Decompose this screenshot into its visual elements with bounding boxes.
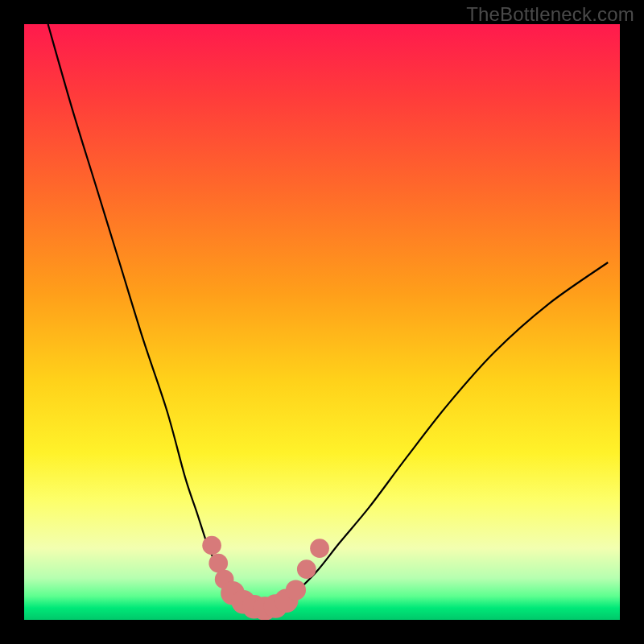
series-right-branch: [292, 262, 608, 596]
chart-frame: TheBottleneck.com: [0, 0, 644, 644]
valley-marker-chain: [202, 536, 221, 555]
series-group: [48, 24, 609, 610]
valley-marker-chain: [297, 559, 316, 579]
watermark-text: TheBottleneck.com: [466, 3, 634, 26]
curve-layer: [24, 24, 620, 620]
valley-marker-isolated: [310, 539, 329, 558]
series-left-branch: [48, 24, 233, 596]
marker-group: [202, 536, 329, 620]
valley-marker-chain: [286, 580, 306, 600]
plot-area: [24, 24, 620, 620]
